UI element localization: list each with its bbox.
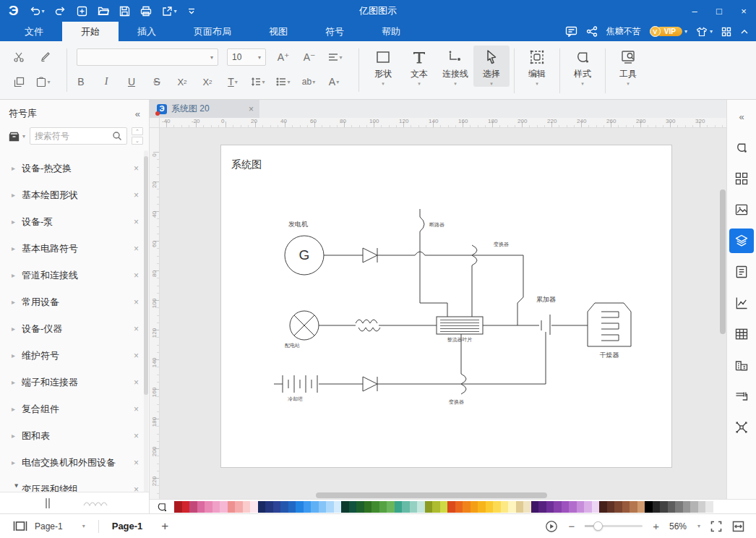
symbol-library-item[interactable]: ▸ 基本绘图形状 × (0, 182, 149, 208)
close-library-icon[interactable]: × (134, 190, 139, 200)
color-swatch[interactable] (471, 501, 478, 513)
decrease-font-button[interactable]: A⁻ (301, 48, 318, 66)
close-library-icon[interactable]: × (134, 297, 139, 307)
generator-label[interactable]: 发电机 (288, 221, 308, 228)
color-swatch[interactable] (645, 501, 653, 513)
drawing-canvas[interactable]: 系统图 G 发电机 断路器 变换器 配电站 整流器叶片 累加器 干燥器 冷却塔 … (160, 128, 726, 499)
strikethrough-button[interactable]: S (148, 73, 166, 90)
save-button[interactable] (119, 6, 130, 17)
close-library-icon[interactable]: × (134, 217, 139, 227)
bold-button[interactable]: B (72, 73, 90, 90)
symbol-library-item[interactable]: ▸ 图和表 × (0, 422, 149, 449)
minimize-button[interactable]: – (682, 0, 707, 22)
color-swatch[interactable] (296, 501, 304, 513)
color-swatch[interactable] (205, 501, 212, 513)
vip-badge[interactable]: V VIP ▾ (650, 26, 687, 37)
tool-text[interactable]: 文本▾ (401, 46, 437, 87)
color-swatch[interactable] (364, 501, 372, 513)
paste-caret-icon[interactable]: ▾ (47, 79, 50, 85)
components-icon[interactable] (729, 166, 754, 191)
color-swatch[interactable] (592, 501, 600, 513)
presentation-play-button[interactable] (545, 520, 558, 533)
expand-arrow-icon[interactable]: ▸ (12, 458, 22, 466)
color-swatch[interactable] (447, 501, 455, 513)
library-manager-button[interactable]: ▾ (9, 131, 25, 142)
close-library-icon[interactable]: × (134, 270, 139, 281)
close-library-icon[interactable]: × (134, 404, 139, 414)
symbol-library-item[interactable]: ▸ 常用设备 × (0, 289, 149, 315)
tool-select[interactable]: 选择▾ (473, 46, 510, 87)
menu-tab[interactable]: 开始 (62, 22, 119, 41)
dryer-shape[interactable] (588, 303, 631, 346)
canvas-horizontal-scrollbar[interactable] (160, 492, 716, 498)
close-library-icon[interactable]: × (134, 458, 139, 468)
substation-label[interactable]: 配电站 (285, 343, 300, 349)
expand-arrow-icon[interactable]: ▸ (12, 164, 22, 172)
color-swatch[interactable] (220, 501, 228, 513)
canvas-horizontal-scrollbar-thumb[interactable] (316, 492, 547, 498)
color-swatch[interactable] (417, 501, 425, 513)
copy-button[interactable] (10, 73, 27, 90)
close-button[interactable]: × (731, 0, 756, 22)
diagram-title[interactable]: 系统图 (231, 158, 262, 170)
align-button[interactable]: ▾ (327, 48, 344, 66)
symbol-library-item[interactable]: ▸ 设备-泵 × (0, 208, 149, 235)
color-swatch[interactable] (493, 501, 501, 513)
color-swatch[interactable] (546, 501, 554, 513)
apps-grid-icon[interactable] (721, 27, 731, 37)
color-swatch[interactable] (243, 501, 251, 513)
expand-arrow-icon[interactable]: ▸ (12, 432, 22, 440)
cooling-tower-label[interactable]: 冷却塔 (288, 396, 303, 402)
color-swatch[interactable] (501, 501, 509, 513)
color-swatch[interactable] (486, 501, 494, 513)
char-style-button[interactable]: A▾ (325, 73, 343, 90)
color-swatch[interactable] (235, 501, 243, 513)
coil-shape[interactable] (356, 320, 377, 323)
symbol-library-item[interactable]: ▸ 端子和连接器 × (0, 369, 149, 396)
symbol-library-item[interactable]: ▸ 维护符号 × (0, 342, 149, 369)
color-swatch[interactable] (273, 501, 281, 513)
rectifier-label[interactable]: 整流器叶片 (447, 337, 473, 343)
italic-button[interactable]: I (98, 73, 115, 90)
bullet-list-caret-icon[interactable]: ▾ (287, 79, 290, 85)
new-document-button[interactable] (77, 6, 87, 17)
close-library-icon[interactable]: × (134, 324, 139, 334)
share-icon[interactable] (586, 26, 598, 37)
fill-style-icon[interactable] (729, 135, 754, 160)
expand-arrow-icon[interactable]: ▸ (12, 271, 22, 279)
page-selector[interactable]: Page-1 ▾ (35, 521, 85, 531)
system-diagram[interactable]: 系统图 G 发电机 断路器 变换器 配电站 整流器叶片 累加器 干燥器 冷却塔 … (221, 145, 673, 469)
color-swatch[interactable] (250, 501, 258, 513)
color-swatch[interactable] (508, 501, 516, 513)
color-swatch[interactable] (705, 501, 713, 513)
theme-caret-icon[interactable]: ▾ (710, 28, 713, 35)
close-library-icon[interactable]: × (134, 244, 139, 254)
color-swatch[interactable] (304, 501, 312, 513)
tool-connector[interactable]: 连接线▾ (437, 46, 473, 87)
theme-shirt-icon[interactable]: ▾ (696, 27, 713, 37)
underline-button[interactable]: U (123, 73, 140, 90)
zoom-slider[interactable] (585, 525, 643, 527)
color-swatch[interactable] (440, 501, 448, 513)
document-tab[interactable]: Э 系统图 20 × (150, 100, 259, 118)
zoom-level[interactable]: 56% (669, 521, 687, 531)
color-swatch[interactable] (174, 501, 182, 513)
color-swatch[interactable] (326, 501, 334, 513)
sidebar-scrollbar-thumb[interactable] (144, 156, 148, 395)
table-icon[interactable] (729, 322, 754, 346)
collapse-panel-icon[interactable]: « (135, 108, 140, 119)
export-caret-icon[interactable]: ▾ (174, 8, 177, 14)
menu-tab[interactable]: 插入 (119, 22, 175, 41)
color-swatch[interactable] (432, 501, 440, 513)
color-swatch[interactable] (402, 501, 410, 513)
font-color-button[interactable]: T▾ (224, 73, 241, 90)
dryer-label[interactable]: 干燥器 (600, 351, 619, 359)
close-library-icon[interactable]: × (134, 431, 139, 441)
color-swatch[interactable] (653, 501, 661, 513)
drawing-page[interactable]: 系统图 G 发电机 断路器 变换器 配电站 整流器叶片 累加器 干燥器 冷却塔 … (220, 145, 672, 468)
vip-caret-icon[interactable]: ▾ (684, 28, 687, 35)
color-swatch[interactable] (334, 501, 342, 513)
close-library-icon[interactable]: × (134, 377, 139, 388)
maximize-button[interactable]: □ (707, 0, 731, 22)
superscript-button[interactable]: X2 (173, 73, 191, 90)
